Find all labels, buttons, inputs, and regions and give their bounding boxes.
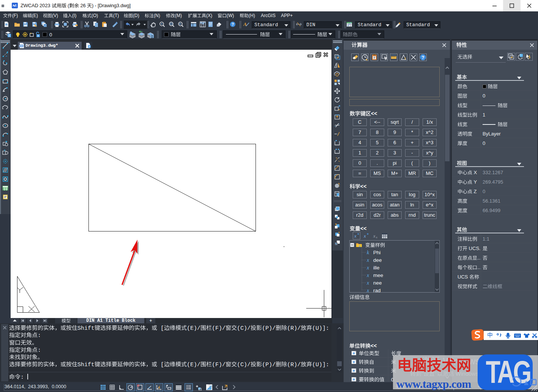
svg-text:DWG: DWG bbox=[19, 45, 24, 47]
svg-text:x: x bbox=[373, 233, 375, 239]
svg-text:x: x bbox=[363, 233, 366, 239]
svg-text:+: + bbox=[367, 232, 369, 236]
svg-text:x: x bbox=[376, 236, 377, 239]
svg-text:?: ? bbox=[422, 55, 424, 60]
svg-text:?: ? bbox=[232, 22, 234, 27]
svg-text:+: + bbox=[357, 232, 359, 236]
svg-text:x: x bbox=[354, 233, 357, 239]
